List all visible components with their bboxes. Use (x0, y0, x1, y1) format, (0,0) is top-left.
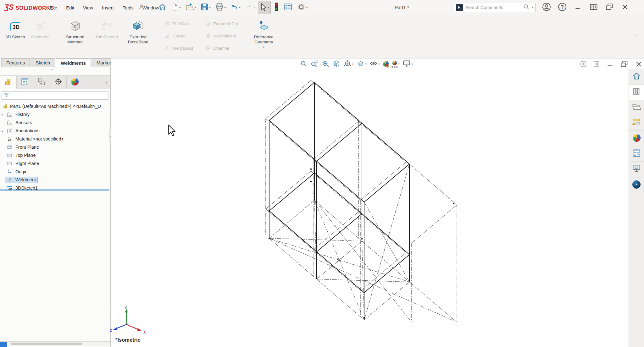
menu-tools[interactable]: Tools (123, 5, 134, 10)
sketch-line[interactable] (364, 255, 409, 293)
sketch-point[interactable] (269, 210, 270, 212)
help-button[interactable]: ? (556, 2, 569, 13)
tree-filter-box[interactable] (2, 91, 108, 100)
tree-item-body[interactable]: Material <not specified> (5, 136, 66, 142)
sketch-point[interactable] (409, 279, 410, 281)
sketch-line[interactable] (269, 82, 314, 120)
sketch-line[interactable] (269, 173, 314, 211)
account-button[interactable] (540, 2, 553, 13)
menu-insert[interactable]: Insert (102, 5, 114, 10)
tree-item-body[interactable]: Front Plane (5, 144, 41, 151)
ribbon-trim-extend-button[interactable]: Trim/Extend (92, 16, 121, 58)
search-icon[interactable] (523, 3, 530, 12)
sketch-line[interactable] (314, 82, 362, 123)
tree-item-body[interactable]: Right Plane (5, 160, 41, 167)
sketch-point[interactable] (310, 168, 312, 170)
file-properties-button[interactable] (282, 2, 294, 14)
view-settings-button[interactable]: ▾ (402, 59, 413, 69)
tree-item-top-plane[interactable]: Top Plane (0, 151, 111, 159)
dropdown-caret-icon[interactable]: ▾ (263, 46, 264, 49)
sketch-point[interactable] (453, 203, 455, 205)
dropdown-caret-icon[interactable]: ▾ (225, 6, 226, 9)
ribbon-hole-wizard-button[interactable]: Hole Wizard (202, 30, 241, 42)
dock-button[interactable] (587, 2, 600, 13)
marketplace-tab[interactable] (629, 177, 644, 192)
sketch-point[interactable] (314, 197, 315, 199)
panel-tabs-overflow-button[interactable]: › (102, 76, 111, 89)
display-style-button[interactable]: ▾ (357, 59, 367, 69)
ribbon-end-cap-button[interactable]: End Cap (161, 18, 196, 30)
hide-show-items-button[interactable]: ▾ (369, 59, 380, 69)
tree-item-body[interactable]: History (5, 111, 31, 118)
undo-button[interactable]: ▾ (229, 2, 242, 14)
pane-right-button[interactable] (593, 60, 600, 69)
ribbon-structural-member-button[interactable]: Structural Member (58, 16, 92, 58)
tab-sketch[interactable]: Sketch (31, 58, 55, 67)
apply-scene-button[interactable]: ▾ (391, 61, 400, 68)
tree-item-body[interactable]: Weldment (5, 177, 38, 183)
construction-line[interactable] (317, 279, 364, 320)
menu-view[interactable]: View (83, 5, 93, 10)
tree-item-annotations[interactable]: ▸AAnnotations (0, 127, 111, 135)
panel-flyout-handle[interactable]: ⌄ (50, 67, 53, 71)
minimize-button[interactable] (572, 2, 584, 13)
configurationmanager-tab[interactable] (33, 76, 50, 89)
construction-line[interactable] (313, 250, 361, 291)
sketch-line[interactable] (364, 164, 409, 202)
construction-line[interactable] (269, 200, 314, 238)
construction-line[interactable] (313, 212, 358, 250)
displaymanager-tab[interactable] (67, 76, 83, 89)
design-library-tab[interactable] (629, 85, 644, 100)
print-button[interactable]: ▾ (214, 2, 228, 14)
tab-weldments[interactable]: Weldments (56, 58, 91, 67)
dropdown-caret-icon[interactable]: ▾ (209, 6, 211, 9)
ribbon-extruded-cut-button[interactable]: Extruded Cut (202, 18, 241, 30)
expand-arrow-icon[interactable]: ▸ (0, 113, 5, 116)
select-tool-button[interactable]: ▾ (258, 1, 271, 14)
forum-tab[interactable] (629, 162, 644, 177)
dropdown-caret-icon[interactable]: ▾ (411, 63, 413, 66)
sketch-line[interactable] (317, 161, 364, 202)
view-palette-tab[interactable] (629, 115, 644, 131)
new-document-button[interactable]: ▾ (169, 2, 182, 14)
dimxpertmanager-tab[interactable] (50, 76, 67, 89)
expand-arrow-icon[interactable]: ▸ (0, 129, 5, 133)
construction-line[interactable] (412, 205, 457, 243)
tab-features[interactable]: Features (1, 58, 30, 67)
appearances-scenes-tab[interactable] (629, 131, 644, 146)
construction-line[interactable] (364, 282, 409, 320)
construction-line[interactable] (409, 164, 457, 205)
tree-item-body[interactable]: Top Plane (5, 152, 38, 159)
zoom-to-fit-button[interactable] (299, 59, 308, 69)
tree-item-sensors[interactable]: Sensors (0, 118, 111, 127)
dropdown-caret-icon[interactable]: ▾ (306, 6, 308, 9)
tree-item-weldment[interactable]: Weldment (0, 176, 111, 184)
sketch-point[interactable] (269, 238, 270, 239)
ribbon-collapse-button[interactable] (633, 33, 639, 38)
sketch-line[interactable] (269, 120, 317, 161)
dropdown-caret-icon[interactable]: ▾ (398, 63, 400, 66)
rebuild-button[interactable] (272, 1, 281, 14)
construction-line[interactable] (266, 171, 311, 209)
ribbon-gusset-button[interactable]: Gusset (161, 30, 196, 42)
sketch-point[interactable] (310, 181, 312, 183)
viewport-restore-button[interactable] (620, 60, 629, 70)
viewport-close-button[interactable] (634, 60, 643, 70)
sketch-line[interactable] (362, 123, 409, 164)
sketch-line[interactable] (314, 173, 362, 214)
panel-horizontal-scrollbar[interactable] (0, 341, 111, 346)
view-orientation-button[interactable]: ▾ (343, 59, 354, 69)
ribbon-weldment-button[interactable]: Weldment (28, 16, 53, 58)
file-explorer-tab[interactable] (629, 100, 644, 115)
dropdown-caret-icon[interactable]: ▾ (195, 6, 196, 9)
open-button[interactable]: ▾ (184, 2, 198, 14)
tree-item-material-not-specified[interactable]: Material <not specified> (0, 135, 111, 143)
pane-left-button[interactable] (580, 60, 587, 69)
pin-toolbar-icon[interactable] (138, 4, 144, 11)
edit-appearance-button[interactable] (383, 61, 389, 68)
construction-line[interactable] (313, 121, 358, 159)
sketch-point[interactable] (361, 238, 363, 240)
construction-line[interactable] (269, 238, 457, 322)
rollback-bar[interactable] (0, 190, 109, 190)
construction-line[interactable] (358, 212, 406, 253)
